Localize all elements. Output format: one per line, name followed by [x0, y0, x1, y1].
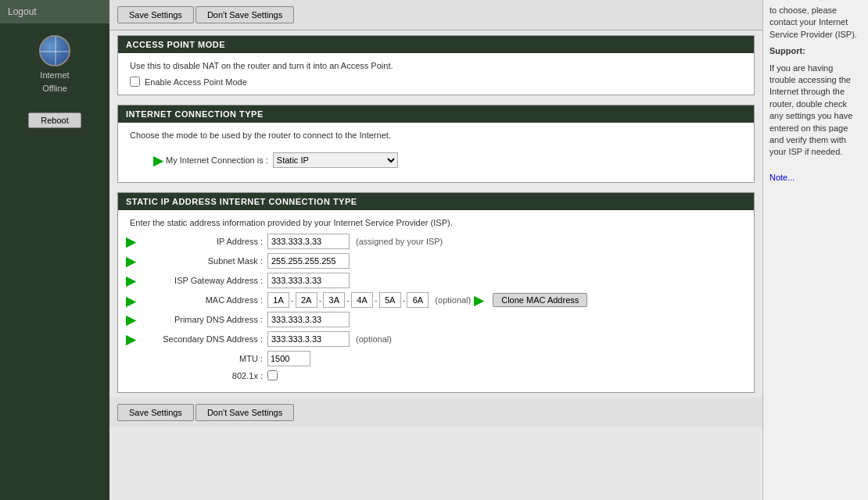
- static-ip-body: Enter the static address information pro…: [118, 210, 754, 392]
- mac-octet-4[interactable]: [351, 292, 373, 308]
- clone-mac-button[interactable]: Clone MAC Address: [493, 293, 587, 307]
- reboot-button[interactable]: Reboot: [28, 112, 81, 128]
- primary-dns-arrow: ▶: [126, 312, 135, 327]
- primary-dns-row: ▶ Primary DNS Address :: [130, 312, 742, 327]
- isp-gateway-label: ISP Gateway Address :: [130, 276, 263, 285]
- mtu-row: MTU :: [130, 351, 742, 366]
- subnet-mask-input[interactable]: [267, 253, 350, 269]
- right-sidebar-support: Support:: [769, 45, 862, 57]
- ip-address-hint: (assigned by your ISP): [356, 237, 443, 246]
- connection-type-select-wrapper: Dynamic IP (DHCP) Static IP PPPoE PPTP L…: [273, 152, 398, 168]
- dont-save-settings-button-top[interactable]: Don't Save Settings: [195, 6, 294, 23]
- right-sidebar-support-text: If you are having trouble accessing the …: [769, 62, 862, 159]
- save-settings-button-top[interactable]: Save Settings: [117, 6, 194, 23]
- main-content: Save Settings Don't Save Settings ACCESS…: [109, 0, 762, 500]
- mac-octet-1[interactable]: [267, 292, 289, 308]
- support-header: Support:: [769, 46, 805, 55]
- enable-access-point-label: Enable Access Point Mode: [145, 77, 247, 87]
- access-point-checkbox-row: Enable Access Point Mode: [130, 77, 742, 87]
- connection-type-select[interactable]: Dynamic IP (DHCP) Static IP PPPoE PPTP L…: [273, 152, 398, 168]
- internet-status: Internet Offline: [31, 23, 78, 105]
- top-button-bar: Save Settings Don't Save Settings: [109, 0, 762, 30]
- static-ip-section: STATIC IP ADDRESS INTERNET CONNECTION TY…: [117, 192, 755, 393]
- secondary-dns-hint: (optional): [356, 334, 392, 344]
- mac-octet-6[interactable]: [407, 292, 429, 308]
- right-sidebar: to choose, please contact your Internet …: [762, 0, 868, 500]
- mtu-input[interactable]: [267, 351, 310, 366]
- access-point-body: Use this to disable NAT on the router an…: [118, 53, 754, 95]
- subnet-mask-row: ▶ Subnet Mask :: [130, 253, 742, 269]
- ip-arrow: ▶: [126, 234, 135, 249]
- secondary-dns-arrow: ▶: [126, 332, 135, 347]
- internet-connection-section: INTERNET CONNECTION TYPE Choose the mode…: [117, 105, 755, 183]
- access-point-description: Use this to disable NAT on the router an…: [130, 61, 742, 70]
- subnet-mask-label: Subnet Mask :: [130, 256, 263, 266]
- dot1x-label: 802.1x :: [130, 371, 263, 380]
- static-ip-description: Enter the static address information pro…: [130, 218, 742, 227]
- mac-arrow: ▶: [126, 294, 135, 309]
- internet-connection-body: Choose the mode to be used by the router…: [118, 123, 754, 182]
- secondary-dns-input[interactable]: [267, 331, 350, 347]
- secondary-dns-row: ▶ Secondary DNS Address : (optional): [130, 331, 742, 347]
- bottom-button-bar: Save Settings Don't Save Settings: [109, 398, 762, 427]
- isp-gateway-arrow: ▶: [126, 273, 135, 288]
- dont-save-settings-button-bottom[interactable]: Don't Save Settings: [195, 404, 294, 421]
- left-sidebar: Logout Internet Offline Reboot: [0, 0, 109, 500]
- primary-dns-input[interactable]: [267, 312, 350, 327]
- access-point-section: ACCESS POINT MODE Use this to disable NA…: [117, 35, 755, 95]
- dot1x-row: 802.1x :: [130, 370, 742, 380]
- mac-octet-2[interactable]: [296, 292, 317, 308]
- ip-address-label: IP Address :: [130, 237, 263, 246]
- internet-connection-description: Choose the mode to be used by the router…: [130, 130, 742, 140]
- isp-gateway-input[interactable]: [267, 273, 350, 288]
- primary-dns-label: Primary DNS Address :: [130, 315, 263, 324]
- mac-octet-3[interactable]: [323, 292, 345, 308]
- save-settings-button-bottom[interactable]: Save Settings: [117, 404, 194, 421]
- enable-access-point-checkbox[interactable]: [130, 77, 140, 87]
- dot1x-checkbox[interactable]: [267, 370, 278, 380]
- note-link[interactable]: Note...: [769, 173, 794, 182]
- right-sidebar-intro: to choose, please contact your Internet …: [769, 5, 862, 41]
- connection-type-row: ▶ My Internet Connection is : Dynamic IP…: [130, 146, 742, 174]
- connection-type-arrow: ▶: [153, 153, 163, 168]
- access-point-header: ACCESS POINT MODE: [118, 36, 754, 53]
- status-label: Offline: [42, 84, 67, 93]
- mac-octet-5[interactable]: [379, 292, 401, 308]
- ip-address-row: ▶ IP Address : (assigned by your ISP): [130, 234, 742, 249]
- internet-label: Internet: [40, 70, 69, 80]
- static-ip-header: STATIC IP ADDRESS INTERNET CONNECTION TY…: [118, 193, 754, 210]
- secondary-dns-label: Secondary DNS Address :: [130, 334, 263, 344]
- mac-optional-label: (optional): [435, 295, 471, 305]
- connection-type-label: My Internet Connection is :: [166, 155, 268, 165]
- ip-address-input[interactable]: [267, 234, 350, 249]
- logout-button[interactable]: Logout: [0, 0, 109, 23]
- subnet-arrow: ▶: [126, 254, 135, 269]
- isp-gateway-row: ▶ ISP Gateway Address :: [130, 273, 742, 288]
- mac-address-label: MAC Address :: [130, 295, 263, 305]
- mac-inputs-container: - - - - -: [267, 292, 429, 308]
- mac-address-row: ▶ MAC Address : - - - - - (optional) ▶: [130, 292, 742, 308]
- globe-icon: [39, 35, 70, 66]
- clone-mac-arrow: ▶: [474, 293, 483, 308]
- mtu-label: MTU :: [130, 354, 263, 363]
- internet-connection-header: INTERNET CONNECTION TYPE: [118, 105, 754, 123]
